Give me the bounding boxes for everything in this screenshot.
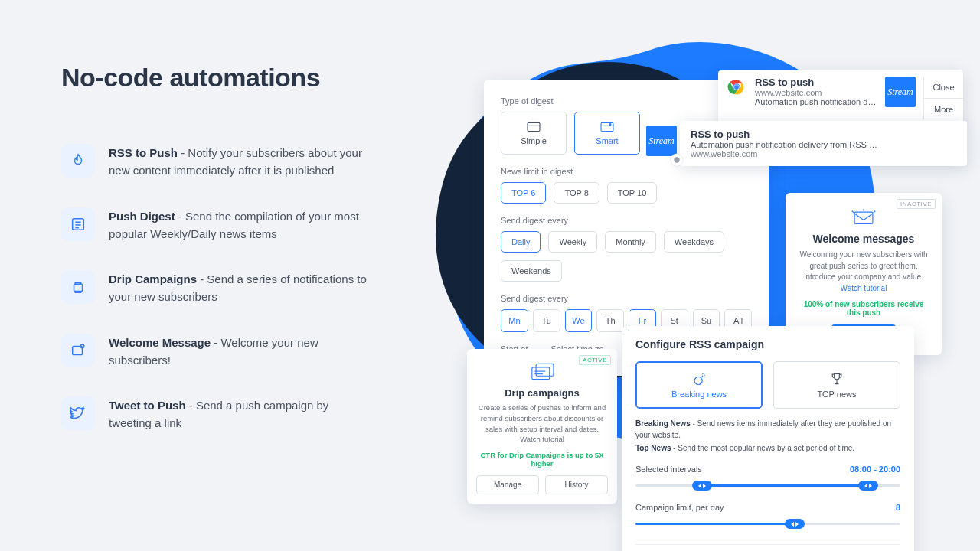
svg-point-14 <box>734 85 739 90</box>
svg-rect-17 <box>854 212 873 223</box>
feature-text: Tweet to Push - Send a push campaign by … <box>109 396 368 432</box>
manage-button[interactable]: Manage <box>476 475 539 494</box>
top-news-desc: Top News - Send the most popular news by… <box>635 442 900 454</box>
feature-tweet-to-push: Tweet to Push - Send a push campaign by … <box>61 396 368 432</box>
day-mn[interactable]: Mn <box>501 309 528 332</box>
feature-text: Push Digest - Send the compilation of yo… <box>109 207 368 243</box>
layers-icon <box>61 270 95 304</box>
config-title: Configure RSS campaign <box>635 338 900 350</box>
day-tu[interactable]: Tu <box>533 309 560 332</box>
limit-slider[interactable] <box>635 517 900 530</box>
feature-welcome-message: Welcome Message - Welcome your new subsc… <box>61 334 368 370</box>
intervals-label: Selected intervals <box>635 465 702 474</box>
feature-rss-to-push: RSS to Push - Notify your subscribers ab… <box>61 144 368 180</box>
slider-thumb-end[interactable] <box>858 481 878 491</box>
trophy-icon <box>829 371 844 386</box>
freq-weekly[interactable]: Weekly <box>548 231 597 253</box>
type-breaking-news[interactable]: Breaking news <box>635 361 763 409</box>
digest-type-simple[interactable]: Simple <box>501 112 567 155</box>
feature-push-digest: Push Digest - Send the compilation of yo… <box>61 207 368 243</box>
status-badge-active: ACTIVE <box>579 355 611 365</box>
news-limit-options: TOP 6 TOP 8 TOP 10 <box>501 182 752 204</box>
svg-rect-4 <box>74 284 83 291</box>
limit-top8[interactable]: TOP 8 <box>554 182 599 204</box>
welcome-description: Welcoming your new subscribers with grea… <box>796 249 931 294</box>
feature-list: RSS to Push - Notify your subscribers ab… <box>61 144 368 460</box>
limit-label: Campaign limit, per day <box>635 503 724 512</box>
feature-text: RSS to Push - Notify your subscribers ab… <box>109 144 368 180</box>
twitter-icon <box>61 396 95 430</box>
send-frequency-options: Daily Weekly Monthly Weekdays Weekends <box>501 231 752 282</box>
type-of-digest-label: Type of digest <box>501 96 752 106</box>
send-days-label: Send digest every <box>501 294 752 303</box>
push-notification-toast-1: RSS to push www.website.com Automation p… <box>718 70 963 126</box>
drip-stat: CTR for Drip Campaigns is up to 5X highe… <box>476 451 608 468</box>
status-badge-inactive: INACTIVE <box>897 199 936 209</box>
intervals-slider[interactable] <box>635 478 900 492</box>
day-we[interactable]: We <box>565 309 593 332</box>
watch-tutorial-link[interactable]: Watch tutorial <box>520 435 564 443</box>
drip-description: Create a series of pushes to inform and … <box>476 403 608 445</box>
chrome-icon <box>726 77 747 98</box>
page-heading: No-code automations <box>61 63 320 93</box>
svg-rect-9 <box>601 122 613 131</box>
toast-title: RSS to push <box>691 129 958 140</box>
list-icon <box>61 207 95 241</box>
push-notification-toast-2: Stream RSS to push Automation push notif… <box>680 121 967 166</box>
feature-text: Welcome Message - Welcome your new subsc… <box>109 334 368 370</box>
toast-description: Automation push notification delivery fr… <box>691 140 958 149</box>
limit-top10[interactable]: TOP 10 <box>607 182 658 204</box>
feature-drip-campaigns: Drip Campaigns - Send a series of notifi… <box>61 270 368 306</box>
freq-weekends[interactable]: Weekends <box>501 260 562 282</box>
browser-badge-icon <box>666 149 688 171</box>
feature-text: Drip Campaigns - Send a series of notifi… <box>109 270 368 306</box>
cards-stack-icon <box>525 361 559 383</box>
svg-point-11 <box>609 123 611 125</box>
drip-campaigns-card: ACTIVE Drip campaigns Create a series of… <box>467 349 617 504</box>
freq-daily[interactable]: Daily <box>501 231 541 253</box>
svg-point-16 <box>674 157 680 163</box>
toast-close-button[interactable]: Close <box>923 77 963 98</box>
breaking-news-desc: Breaking News - Send news items immediat… <box>635 418 900 441</box>
svg-rect-7 <box>528 122 540 131</box>
svg-rect-18 <box>532 367 550 380</box>
toast-title: RSS to push <box>755 77 877 88</box>
intervals-value: 08:00 - 20:00 <box>850 465 900 474</box>
type-top-news[interactable]: TOP news <box>773 361 900 409</box>
welcome-title: Welcome messages <box>796 233 931 245</box>
watch-tutorial-link[interactable]: Watch tutorial <box>841 284 887 292</box>
bomb-icon <box>691 371 707 386</box>
stream-logo: Stream <box>885 77 916 107</box>
slider-thumb[interactable] <box>785 519 805 529</box>
toast-description: Automation push notification deli… <box>755 97 877 106</box>
configure-rss-card: Configure RSS campaign Breaking news TOP… <box>622 326 914 551</box>
limit-top6[interactable]: TOP 6 <box>501 182 546 204</box>
envelope-icon <box>851 208 877 227</box>
history-button[interactable]: History <box>545 475 608 494</box>
slider-thumb-start[interactable] <box>692 481 712 491</box>
news-limit-label: News limit in digest <box>501 167 752 176</box>
toast-more-button[interactable]: More <box>923 98 963 119</box>
digest-type-smart[interactable]: Smart <box>574 112 640 155</box>
limit-value: 8 <box>896 503 900 512</box>
flame-icon <box>61 144 95 178</box>
freq-monthly[interactable]: Monthly <box>605 231 656 253</box>
welcome-stat: 100% of new subscribers receive this pus… <box>796 300 931 317</box>
toast-url: www.website.com <box>755 88 877 97</box>
drip-title: Drip campaigns <box>476 387 608 399</box>
freq-weekdays[interactable]: Weekdays <box>664 231 724 253</box>
toast-url: www.website.com <box>691 149 958 158</box>
day-th[interactable]: Th <box>596 309 624 332</box>
svg-point-22 <box>694 377 702 385</box>
send-frequency-label: Send digest every <box>501 216 752 225</box>
message-icon <box>61 334 95 367</box>
